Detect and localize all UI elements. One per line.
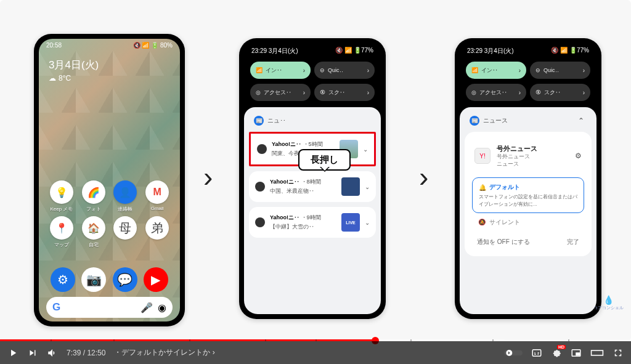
channel-sub1: 号外ニュース: [497, 153, 569, 161]
volume-button[interactable]: [47, 347, 58, 358]
next-button[interactable]: [27, 347, 38, 358]
notification-settings-card: Y! 号外ニュース 号外ニュース ニュース ⚙ 🔔デフォルト スマートフォンの設…: [465, 132, 592, 256]
notif-section-header: 📰 ニュ‥: [249, 113, 376, 132]
turn-off-button[interactable]: 通知を OFF にする: [477, 238, 530, 246]
google-search-bar[interactable]: G 🎤 ◉: [46, 297, 173, 318]
arrow-icon: ›: [203, 160, 213, 193]
miniplayer-button[interactable]: [571, 347, 582, 358]
app-grid: 💡Keep メモ 🌈フォト 👤連絡帳 MGmail 📍マップ 🏠自宅 母 弟: [47, 180, 171, 248]
wifi-icon: 📶: [256, 67, 263, 73]
long-press-callout: 長押し: [298, 149, 351, 171]
yahoo-news-icon: Y!: [474, 148, 491, 164]
notification-yahoo-2[interactable]: Yahoo!ニ‥ ・8時間 中国、米農産物‥ ⌄: [249, 171, 376, 202]
status-right: 🔇 📶 🔋 80%: [133, 42, 173, 49]
notif-section-header: 📰ニュース ⌃: [465, 113, 592, 132]
app-mother-contact[interactable]: 母: [112, 216, 140, 248]
settings-button[interactable]: HD: [551, 347, 562, 358]
video-content: 20:58 🔇 📶 🔋 80% 3月4日(火) ☁ 8°C 💡Keep メモ 🌈…: [0, 0, 631, 341]
miniplayer-icon: [571, 347, 582, 358]
qs-quickshare[interactable]: ⊖Quic‥›: [314, 62, 375, 79]
news-icon: 📰: [254, 116, 264, 126]
autoplay-toggle[interactable]: [504, 349, 523, 357]
bell-off-icon: 🔕: [478, 219, 486, 225]
temp-text: 8°C: [59, 74, 71, 83]
notification-panel: 📰 ニュ‥ Yahoo!ニ‥ ・5時間 関東、今夜には‥ ⌄ Yahoo!ニ‥ …: [244, 107, 381, 314]
app-photos[interactable]: 🌈フォト: [79, 180, 108, 212]
chevron-right-icon: ›: [519, 89, 521, 96]
app-brother-contact[interactable]: 弟: [143, 216, 171, 248]
play-button[interactable]: [7, 347, 18, 358]
lens-icon[interactable]: ◉: [158, 302, 166, 313]
chevron-right-icon: ›: [583, 89, 585, 96]
date-text: 3月4日(火): [49, 58, 170, 72]
quick-settings-row-1: 📶イン‥› ⊖Quic‥›: [460, 59, 596, 81]
accessibility-icon: ◎: [256, 89, 261, 95]
bell-icon: 🔔: [479, 184, 486, 191]
chevron-down-icon[interactable]: ⌄: [363, 146, 368, 153]
phone-home-screen: 20:58 🔇 📶 🔋 80% 3月4日(火) ☁ 8°C 💡Keep メモ 🌈…: [34, 34, 185, 326]
option-silent[interactable]: 🔕 サイレント: [472, 213, 584, 232]
notif-thumbnail-live: LIVE: [341, 213, 360, 232]
chevron-down-icon[interactable]: ⌄: [365, 219, 370, 226]
screen-icon: ⦿: [320, 89, 325, 95]
svg-rect-2: [532, 349, 541, 356]
status-bar: 23:29 3月4日(火) 🔇 📶 🔋77%: [244, 43, 381, 59]
qs-internet[interactable]: 📶イン‥›: [250, 62, 311, 79]
weather-row: ☁ 8°C: [49, 74, 170, 83]
dock-youtube[interactable]: ▶: [144, 267, 168, 292]
date-widget: 3月4日(火) ☁ 8°C: [39, 52, 180, 89]
app-contacts[interactable]: 👤連絡帳: [112, 180, 140, 212]
chevron-up-icon[interactable]: ⌃: [578, 116, 584, 125]
share-icon: ⊖: [535, 67, 540, 73]
option-default-desc: スマートフォンの設定を基に着信音またはバイブレーションが有効に...: [479, 193, 577, 207]
chevron-right-icon: ›: [303, 67, 305, 74]
qs-accessibility[interactable]: ◎アクセス‥›: [250, 84, 311, 101]
app-keep[interactable]: 💡Keep メモ: [47, 180, 76, 212]
notification-yahoo-3[interactable]: Yahoo!ニ‥ ・9時間 【中継】大雪の‥ LIVE ⌄: [249, 207, 376, 238]
channel-title: 号外ニュース: [497, 144, 569, 153]
theater-icon: [590, 347, 604, 358]
notification-channel-row: Y! 号外ニュース 号外ニュース ニュース ⚙: [472, 139, 584, 172]
weather-icon: ☁: [49, 74, 56, 83]
option-default[interactable]: 🔔デフォルト スマートフォンの設定を基に着信音またはバイブレーションが有効に..…: [472, 177, 584, 212]
chevron-right-icon: ›: [583, 67, 585, 74]
app-gmail[interactable]: MGmail: [143, 180, 171, 212]
chapter-title[interactable]: ・デフォルトかサイレントか ›: [114, 347, 214, 358]
dock-settings[interactable]: ⚙: [51, 267, 75, 292]
qs-accessibility[interactable]: ◎アクセス‥›: [466, 84, 526, 101]
quick-settings-row-2: ◎アクセス‥› ⦿スク‥›: [244, 81, 381, 103]
channel-sub2: ニュース: [497, 161, 569, 168]
dock-camera[interactable]: 📷: [81, 267, 106, 292]
gear-icon[interactable]: ⚙: [575, 152, 582, 160]
yahoo-app-icon: [257, 144, 267, 154]
qs-quickshare[interactable]: ⊖Quic‥›: [530, 62, 590, 79]
quick-settings-row-1: 📶イン‥› ⊖Quic‥›: [244, 59, 381, 81]
accessibility-icon: ◎: [471, 89, 476, 95]
status-bar: 20:58 🔇 📶 🔋 80%: [39, 39, 180, 52]
chevron-right-icon: ›: [303, 89, 305, 96]
app-home[interactable]: 🏠自宅: [79, 216, 108, 248]
mic-icon[interactable]: 🎤: [140, 302, 153, 313]
theater-button[interactable]: [590, 347, 604, 358]
chevron-right-icon: ›: [367, 89, 369, 96]
app-maps[interactable]: 📍マップ: [47, 216, 76, 248]
fullscreen-button[interactable]: [613, 347, 624, 358]
dock-messages[interactable]: 💬: [113, 267, 137, 292]
notif-thumbnail: [341, 177, 360, 196]
qs-screen[interactable]: ⦿スク‥›: [530, 84, 590, 101]
hd-badge: HD: [557, 345, 566, 349]
svg-rect-4: [576, 353, 579, 355]
news-icon: 📰: [470, 116, 479, 126]
play-icon: [7, 347, 18, 358]
done-button[interactable]: 完了: [567, 238, 579, 246]
dock: ⚙ 📷 💬 ▶: [47, 267, 171, 292]
chevron-down-icon[interactable]: ⌄: [365, 184, 370, 190]
qs-internet[interactable]: 📶イン‥›: [466, 62, 526, 79]
qs-screen[interactable]: ⦿スク‥›: [314, 84, 375, 101]
google-g-icon: G: [52, 301, 60, 313]
chevron-right-icon: ›: [367, 67, 369, 74]
svg-rect-5: [592, 350, 603, 355]
yahoo-app-icon: [255, 217, 265, 227]
status-bar: 23:29 3月4日(火) 🔇 📶 🔋77%: [460, 43, 596, 59]
subtitles-button[interactable]: [531, 347, 542, 358]
